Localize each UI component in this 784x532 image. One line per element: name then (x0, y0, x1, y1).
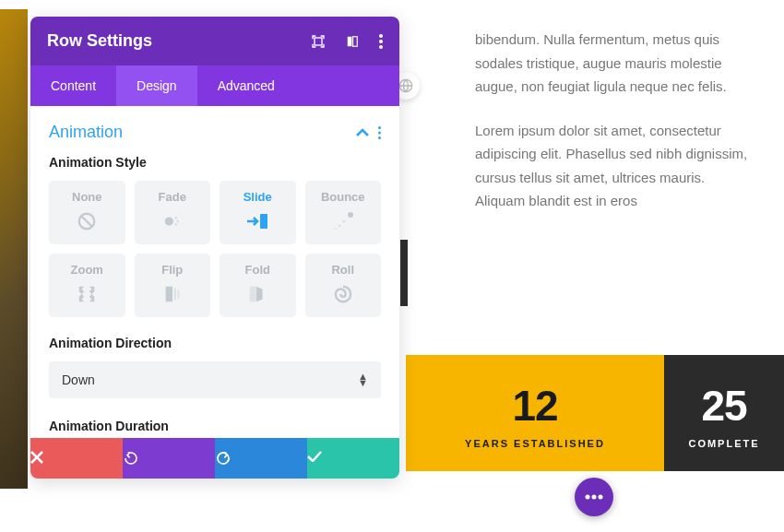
panel-body: Animation Animation Style None Fade (30, 106, 399, 438)
tab-design[interactable]: Design (116, 65, 197, 106)
anim-none[interactable]: None (49, 181, 125, 244)
animation-direction-label: Animation Direction (49, 336, 381, 350)
svg-rect-22 (177, 290, 179, 298)
svg-point-4 (379, 34, 383, 38)
bounce-icon (311, 209, 376, 233)
svg-point-19 (335, 228, 337, 230)
svg-rect-21 (174, 289, 176, 301)
panel-icon[interactable] (346, 34, 359, 49)
collapse-icon[interactable] (356, 128, 369, 137)
stat-number: 12 (424, 381, 646, 431)
save-button[interactable] (307, 438, 399, 479)
anim-zoom[interactable]: Zoom (49, 254, 125, 317)
svg-point-12 (174, 217, 177, 219)
svg-rect-15 (260, 214, 267, 229)
anim-fold[interactable]: Fold (220, 254, 296, 317)
animation-duration-label: Animation Duration (49, 419, 381, 433)
stat-label: YEARS ESTABLISHED (424, 438, 646, 449)
panel-header: Row Settings (30, 17, 399, 65)
section-menu-icon[interactable] (378, 126, 381, 139)
settings-panel: Row Settings Content Design Advanced Ani… (30, 17, 399, 479)
section-title[interactable]: Animation (49, 123, 123, 142)
svg-point-5 (379, 40, 383, 43)
svg-rect-1 (315, 38, 322, 45)
stat-card-completed: 25 COMPLETE (664, 355, 784, 471)
svg-point-26 (599, 495, 603, 500)
floating-action-button[interactable] (575, 478, 613, 516)
preview-paragraph: Lorem ipsum dolor sit amet, consectetur … (475, 119, 756, 213)
tab-advanced[interactable]: Advanced (197, 65, 295, 106)
tab-content[interactable]: Content (30, 65, 116, 106)
svg-point-8 (378, 131, 381, 134)
section-header: Animation (49, 123, 381, 142)
anim-fade[interactable]: Fade (135, 181, 211, 244)
stat-number: 25 (683, 381, 766, 431)
cancel-button[interactable] (30, 438, 123, 479)
svg-point-14 (174, 223, 177, 226)
animation-style-label: Animation Style (49, 155, 381, 170)
svg-rect-23 (250, 287, 256, 302)
slide-icon (225, 209, 291, 233)
stat-label: COMPLETE (683, 438, 766, 449)
panel-title: Row Settings (47, 31, 152, 51)
anim-bounce[interactable]: Bounce (305, 181, 382, 244)
anim-slide[interactable]: Slide (220, 181, 296, 244)
svg-rect-20 (165, 287, 172, 302)
svg-point-25 (592, 495, 597, 500)
svg-point-16 (348, 212, 353, 218)
svg-point-11 (165, 217, 173, 225)
anim-flip[interactable]: Flip (135, 254, 211, 317)
svg-point-17 (342, 220, 345, 223)
svg-point-24 (586, 495, 590, 500)
animation-style-grid: None Fade Slide Bounce (49, 181, 381, 317)
none-icon (54, 209, 120, 233)
svg-rect-2 (348, 36, 352, 46)
stat-card-years: 12 YEARS ESTABLISHED (406, 355, 664, 471)
svg-point-7 (378, 126, 381, 129)
undo-button[interactable] (123, 438, 215, 479)
fade-icon (140, 209, 206, 233)
preview-dark-strip (400, 240, 408, 306)
zoom-icon (54, 282, 120, 306)
svg-point-18 (339, 225, 340, 227)
svg-point-13 (176, 220, 179, 223)
preview-paragraph: bibendum. Nulla fermentum, metus quis so… (475, 28, 756, 99)
flip-icon (140, 282, 206, 306)
svg-point-6 (379, 45, 383, 49)
redo-button[interactable] (215, 438, 307, 479)
svg-point-9 (378, 136, 381, 139)
menu-icon[interactable] (379, 34, 383, 49)
anim-roll[interactable]: Roll (305, 254, 382, 317)
fold-icon (225, 282, 291, 306)
roll-icon (311, 282, 376, 306)
expand-icon[interactable] (311, 34, 326, 49)
tabs: Content Design Advanced (30, 65, 399, 106)
panel-footer (30, 438, 399, 479)
stats-row: 12 YEARS ESTABLISHED 25 COMPLETE (406, 355, 784, 471)
background-image (0, 9, 28, 489)
direction-select[interactable]: Down (49, 361, 381, 398)
svg-rect-3 (353, 36, 358, 46)
